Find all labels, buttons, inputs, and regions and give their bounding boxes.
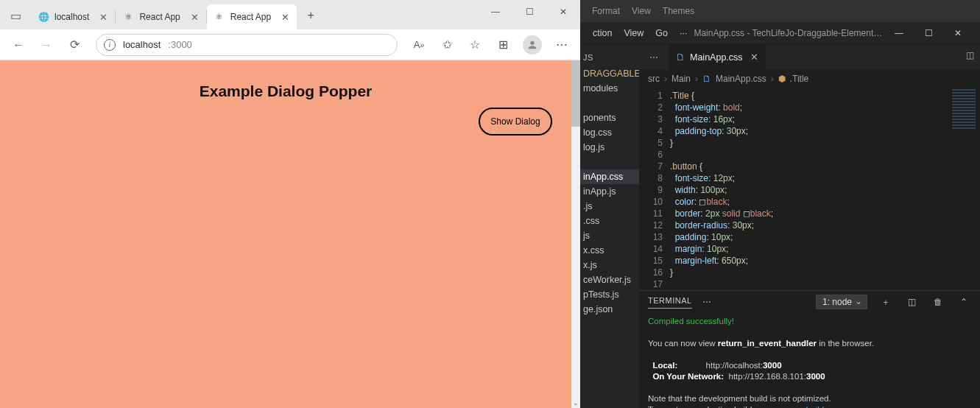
sidebar-item[interactable]: log.js — [580, 140, 639, 155]
collections-icon[interactable]: ⊞ — [490, 32, 515, 57]
sidebar-item[interactable]: inApp.js — [580, 184, 639, 199]
editor-tabs: ⋯ 🗋 MainApp.css ✕ ◫ — [639, 44, 980, 70]
vertical-scrollbar[interactable]: ⌄ — [571, 60, 580, 408]
page-title: Example Dialog Popper — [0, 60, 571, 100]
forward-button[interactable]: → — [34, 32, 59, 57]
close-tab-icon[interactable]: ✕ — [191, 12, 199, 23]
split-editor-icon[interactable]: ◫ — [966, 50, 974, 60]
profile-avatar[interactable] — [523, 35, 542, 54]
kill-terminal-icon[interactable]: 🗑 — [930, 298, 946, 306]
sidebar-project[interactable]: DRAGGABLE-... — [580, 66, 639, 81]
close-tab-icon[interactable]: ✕ — [281, 12, 289, 23]
vscode-menubar: ctionViewGo··· MainApp.css - TechLifeJo-… — [580, 22, 980, 44]
browser-toolbar: ← → ⟳ i localhost:3000 A» ✩ ☆ ⊞ ⋯ — [0, 29, 580, 60]
scroll-thumb[interactable] — [571, 60, 580, 127]
sidebar-item[interactable]: x.css — [580, 243, 639, 258]
minimap[interactable] — [948, 88, 980, 290]
sidebar-item[interactable]: ceWorker.js — [580, 272, 639, 287]
vscode-window: FormatViewThemes ctionViewGo··· MainApp.… — [580, 0, 980, 408]
titlebar-menu-item[interactable]: View — [627, 6, 655, 16]
new-terminal-icon[interactable]: ＋ — [878, 297, 894, 308]
split-terminal-icon[interactable]: ◫ — [904, 297, 920, 307]
menu-item[interactable]: Go — [650, 28, 673, 38]
tab-label: localhost — [54, 12, 89, 22]
terminal-panel: TERMINAL ⋯ 1: node ＋ ◫ 🗑 ⌃ Compiled succ… — [639, 290, 980, 408]
sidebar-item[interactable]: .css — [580, 214, 639, 228]
url-host: localhost — [123, 39, 161, 50]
tab-label: React App — [139, 12, 180, 22]
sidebar-item[interactable]: .js — [580, 199, 639, 214]
crumb-file[interactable]: MainApp.css — [716, 74, 766, 84]
window-controls: ― ☐ ✕ — [479, 0, 580, 27]
sidebar-item[interactable] — [580, 96, 639, 110]
sidebar-item[interactable]: ge.json — [580, 302, 639, 317]
new-tab-button[interactable]: + — [300, 4, 322, 27]
crumb-src[interactable]: src — [648, 74, 660, 84]
browser-tab[interactable]: ⚛React App✕ — [116, 4, 205, 29]
editor-tab-label: MainApp.css — [690, 52, 743, 63]
terminal-tab[interactable]: TERMINAL — [648, 296, 692, 309]
vscode-maximize-icon[interactable]: ☐ — [914, 28, 943, 38]
browser-viewport: Example Dialog Popper Show Dialog ⌄ — [0, 60, 580, 408]
more-menu-icon[interactable]: ⋯ — [549, 32, 574, 57]
sidebar-item[interactable] — [580, 155, 639, 169]
vscode-body: JS DRAGGABLE-... modules ponentslog.cssl… — [580, 44, 980, 408]
address-bar[interactable]: i localhost:3000 — [96, 34, 398, 56]
terminal-more-icon[interactable]: ⋯ — [702, 297, 711, 307]
sidebar-item[interactable]: pTests.js — [580, 287, 639, 302]
sidebar-item[interactable]: inApp.css — [580, 169, 639, 184]
menu-item[interactable]: ction — [588, 28, 617, 38]
titlebar-menu-item[interactable]: Format — [588, 6, 624, 16]
sidebar-item[interactable]: ponents — [580, 110, 639, 125]
sidebar-item[interactable]: modules — [580, 81, 639, 96]
browser-window: ▭ 🌐localhost✕⚛React App✕⚛React App✕ + ― … — [0, 0, 580, 408]
site-info-icon[interactable]: i — [104, 39, 116, 51]
sidebar-item[interactable]: x.js — [580, 258, 639, 272]
minimize-button[interactable]: ― — [479, 0, 512, 24]
app-root: Example Dialog Popper Show Dialog — [0, 60, 571, 408]
vscode-close-icon[interactable]: ✕ — [943, 28, 973, 38]
titlebar-menu-item[interactable]: Themes — [658, 6, 699, 16]
vscode-minimize-icon[interactable]: ― — [884, 28, 914, 38]
scroll-down-icon[interactable]: ⌄ — [571, 398, 580, 408]
editor-tab-active[interactable]: 🗋 MainApp.css ✕ — [669, 44, 766, 70]
editor-area: ⋯ 🗋 MainApp.css ✕ ◫ src› Main› 🗋 MainApp… — [639, 44, 980, 408]
read-aloud-icon[interactable]: A» — [406, 32, 431, 57]
css-file-icon: 🗋 — [702, 74, 711, 84]
crumb-symbol[interactable]: .Title — [790, 74, 809, 84]
back-button[interactable]: ← — [6, 32, 31, 57]
maximize-terminal-icon[interactable]: ⌃ — [956, 297, 971, 307]
favorite-icon[interactable]: ✩ — [434, 32, 459, 57]
code-editor[interactable]: 123456789101112131415161718 .Title { fon… — [639, 88, 980, 290]
code-lines[interactable]: .Title { font-weight: bold; font-size: 1… — [670, 88, 980, 290]
symbol-icon: ⬢ — [778, 74, 786, 84]
tab-label: React App — [230, 12, 271, 22]
favorites-bar-icon[interactable]: ☆ — [462, 32, 487, 57]
show-dialog-button[interactable]: Show Dialog — [479, 108, 552, 136]
close-button[interactable]: ✕ — [546, 0, 580, 24]
tab-actions-icon[interactable]: ▭ — [6, 6, 25, 25]
terminal-header: TERMINAL ⋯ 1: node ＋ ◫ 🗑 ⌃ — [639, 291, 980, 313]
sidebar-header: JS — [580, 49, 639, 66]
browser-tab[interactable]: ⚛React App✕ — [207, 4, 297, 29]
browser-tabstrip: ▭ 🌐localhost✕⚛React App✕⚛React App✕ + ― … — [0, 0, 580, 29]
close-tab-icon[interactable]: ✕ — [99, 12, 107, 23]
maximize-button[interactable]: ☐ — [512, 0, 546, 24]
sidebar-item[interactable]: js — [580, 228, 639, 243]
editor-actions-icon[interactable]: ⋯ — [639, 44, 669, 70]
menu-item[interactable]: View — [618, 28, 649, 38]
favicon-icon: 🌐 — [38, 12, 49, 22]
explorer-sidebar[interactable]: JS DRAGGABLE-... modules ponentslog.cssl… — [580, 44, 639, 408]
css-file-icon: 🗋 — [676, 52, 685, 63]
browser-tab[interactable]: 🌐localhost✕ — [31, 4, 115, 29]
sidebar-item[interactable]: log.css — [580, 125, 639, 140]
close-tab-icon[interactable]: ✕ — [750, 52, 758, 63]
terminal-selector[interactable]: 1: node — [816, 295, 867, 309]
menu-item[interactable]: ··· — [674, 28, 692, 38]
favicon-icon: ⚛ — [123, 12, 133, 22]
vscode-top-menubar: FormatViewThemes — [580, 0, 980, 22]
refresh-button[interactable]: ⟳ — [62, 32, 87, 57]
terminal-output[interactable]: Compiled successfully! You can now view … — [639, 313, 980, 408]
crumb-main[interactable]: Main — [671, 74, 691, 84]
breadcrumbs[interactable]: src› Main› 🗋 MainApp.css› ⬢ .Title — [639, 70, 980, 88]
